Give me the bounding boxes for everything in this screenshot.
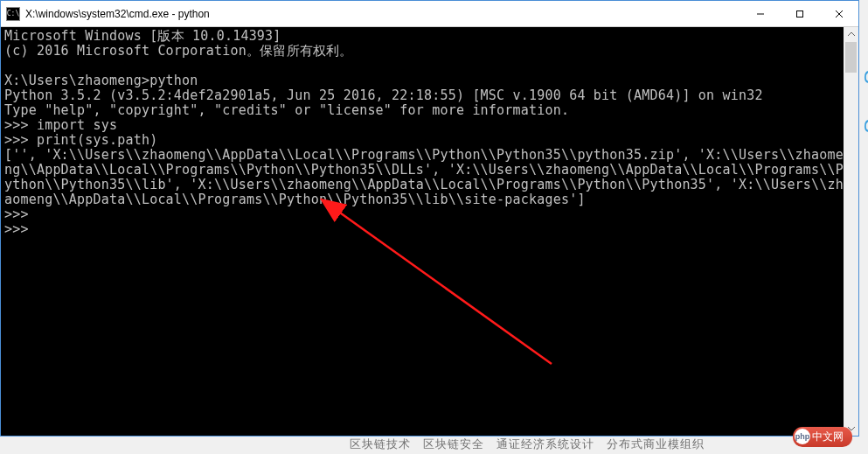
cmd-window: C:\ X:\windows\system32\cmd.exe - python… [0,0,859,437]
badge-text: 中文网 [812,430,844,444]
chevron-up-icon [848,32,855,37]
close-icon [835,10,844,18]
scrollbar-track[interactable] [844,42,858,421]
terminal-area: Microsoft Windows [版本 10.0.14393] (c) 20… [1,27,858,436]
terminal-output[interactable]: Microsoft Windows [版本 10.0.14393] (c) 20… [1,27,844,436]
badge-logo: php [795,429,810,444]
watermark-badge: php 中文网 [793,427,852,447]
minimize-icon [756,10,765,18]
svg-rect-1 [796,10,802,17]
vertical-scrollbar[interactable] [844,27,858,436]
background-page-hints: S S [859,70,868,420]
cmd-icon: C:\ [6,7,20,21]
window-controls [740,1,858,26]
scroll-up-button[interactable] [844,27,858,42]
background-bottom-text: 区块链技术 区块链安全 通证经济系统设计 分布式商业模组织 [350,437,705,452]
close-button[interactable] [819,1,858,26]
maximize-icon [795,10,804,18]
scrollbar-thumb[interactable] [845,42,857,73]
maximize-button[interactable] [780,1,819,26]
window-title: X:\windows\system32\cmd.exe - python [25,8,740,20]
titlebar[interactable]: C:\ X:\windows\system32\cmd.exe - python [1,1,858,27]
minimize-button[interactable] [740,1,780,26]
